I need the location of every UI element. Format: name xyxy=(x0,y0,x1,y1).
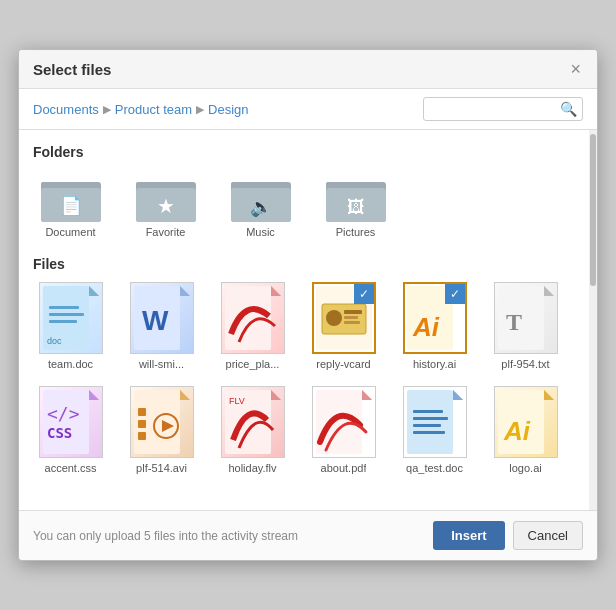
file-icon-plf-514-avi xyxy=(130,386,194,458)
file-item-holiday-flv[interactable]: FLV holiday.flv xyxy=(215,386,290,474)
folder-item-favorite[interactable]: ★ Favorite xyxy=(128,170,203,238)
breadcrumb-sep-1: ▶ xyxy=(103,103,111,116)
search-button[interactable]: 🔍 xyxy=(560,101,577,117)
svg-rect-54 xyxy=(138,432,146,440)
folder-label-favorite: Favorite xyxy=(146,226,186,238)
svg-rect-19 xyxy=(49,306,79,309)
svg-rect-34 xyxy=(344,316,358,319)
file-label-history-ai: history.ai xyxy=(413,358,456,370)
file-label-plf-954-txt: plf-954.txt xyxy=(501,358,549,370)
file-icon-accent-css: CSS </> xyxy=(39,386,103,458)
svg-text:★: ★ xyxy=(157,195,175,217)
svg-rect-53 xyxy=(138,420,146,428)
breadcrumb-design: Design xyxy=(208,102,248,117)
breadcrumb-product-team[interactable]: Product team xyxy=(115,102,192,117)
file-item-about-pdf[interactable]: about.pdf xyxy=(306,386,381,474)
files-grid: doc team.doc W will-s xyxy=(33,282,583,474)
svg-rect-20 xyxy=(49,313,84,316)
svg-text:Ai: Ai xyxy=(412,312,440,342)
file-icon-team-doc: doc xyxy=(39,282,103,354)
svg-marker-66 xyxy=(453,390,463,400)
svg-marker-42 xyxy=(544,286,554,296)
file-icon-about-pdf xyxy=(312,386,376,458)
breadcrumb-bar: Documents ▶ Product team ▶ Design 🔍 xyxy=(19,89,597,130)
svg-text:CSS: CSS xyxy=(47,425,72,441)
file-item-will-smi[interactable]: W will-smi... xyxy=(124,282,199,370)
svg-rect-52 xyxy=(138,408,146,416)
svg-marker-46 xyxy=(89,390,99,400)
file-item-history-ai[interactable]: ✓ Ai history.ai xyxy=(397,282,472,370)
file-label-will-smi: will-smi... xyxy=(139,358,184,370)
file-item-team-doc[interactable]: doc team.doc xyxy=(33,282,108,370)
file-icon-logo-ai: Ai xyxy=(494,386,558,458)
file-item-accent-css[interactable]: CSS </> accent.css xyxy=(33,386,108,474)
svg-marker-18 xyxy=(89,286,99,296)
file-item-plf-954-txt[interactable]: T plf-954.txt xyxy=(488,282,563,370)
folders-grid: 📄 Document ★ Favorit xyxy=(33,170,583,238)
svg-marker-29 xyxy=(271,286,281,296)
dialog-title: Select files xyxy=(33,61,111,78)
svg-text:T: T xyxy=(506,309,522,335)
cancel-button[interactable]: Cancel xyxy=(513,521,583,550)
insert-button[interactable]: Insert xyxy=(433,521,504,550)
file-label-about-pdf: about.pdf xyxy=(321,462,367,474)
svg-rect-68 xyxy=(413,417,448,420)
breadcrumb: Documents ▶ Product team ▶ Design xyxy=(33,102,249,117)
dialog-footer: You can only upload 5 files into the act… xyxy=(19,510,597,560)
dialog-header: Select files × xyxy=(19,50,597,89)
svg-text:W: W xyxy=(142,305,169,336)
folder-label-music: Music xyxy=(246,226,275,238)
file-item-reply-vcard[interactable]: ✓ reply-vcard xyxy=(306,282,381,370)
svg-text:</>: </> xyxy=(47,403,80,424)
svg-rect-32 xyxy=(326,310,342,326)
svg-rect-69 xyxy=(413,424,441,427)
checkmark-history-ai: ✓ xyxy=(445,284,465,304)
svg-rect-35 xyxy=(344,321,360,324)
search-box: 🔍 xyxy=(423,97,583,121)
scrollbar-thumb[interactable] xyxy=(590,134,596,286)
breadcrumb-documents[interactable]: Documents xyxy=(33,102,99,117)
svg-marker-73 xyxy=(544,390,554,400)
file-label-price-pla: price_pla... xyxy=(226,358,280,370)
svg-text:🖼: 🖼 xyxy=(347,197,365,217)
svg-rect-33 xyxy=(344,310,362,314)
search-input[interactable] xyxy=(430,102,560,116)
svg-marker-51 xyxy=(180,390,190,400)
svg-rect-64 xyxy=(407,390,453,454)
file-icon-reply-vcard: ✓ xyxy=(312,282,376,354)
file-label-reply-vcard: reply-vcard xyxy=(316,358,370,370)
scrollbar-track[interactable] xyxy=(589,130,597,510)
file-label-team-doc: team.doc xyxy=(48,358,93,370)
footer-buttons: Insert Cancel xyxy=(433,521,583,550)
folder-label-document: Document xyxy=(45,226,95,238)
file-label-logo-ai: logo.ai xyxy=(509,462,541,474)
svg-rect-70 xyxy=(413,431,445,434)
file-icon-will-smi: W xyxy=(130,282,194,354)
folder-label-pictures: Pictures xyxy=(336,226,376,238)
checkmark-reply-vcard: ✓ xyxy=(354,284,374,304)
file-label-holiday-flv: holiday.flv xyxy=(228,462,276,474)
file-item-plf-514-avi[interactable]: plf-514.avi xyxy=(124,386,199,474)
folder-item-document[interactable]: 📄 Document xyxy=(33,170,108,238)
svg-rect-67 xyxy=(413,410,443,413)
files-section-title: Files xyxy=(33,256,583,272)
folder-icon-document: 📄 xyxy=(41,170,101,222)
file-item-logo-ai[interactable]: Ai logo.ai xyxy=(488,386,563,474)
folder-icon-favorite: ★ xyxy=(136,170,196,222)
svg-marker-59 xyxy=(271,390,281,400)
dialog-body: Folders 📄 Document xyxy=(19,130,597,510)
folder-icon-music: 🔊 xyxy=(231,170,291,222)
svg-text:Ai: Ai xyxy=(503,416,531,446)
file-item-qa-test-doc[interactable]: qa_test.doc xyxy=(397,386,472,474)
close-button[interactable]: × xyxy=(568,60,583,78)
select-files-dialog: Select files × Documents ▶ Product team … xyxy=(18,49,598,561)
folder-icon-pictures: 🖼 xyxy=(326,170,386,222)
file-icon-qa-test-doc xyxy=(403,386,467,458)
folder-item-music[interactable]: 🔊 Music xyxy=(223,170,298,238)
folder-item-pictures[interactable]: 🖼 Pictures xyxy=(318,170,393,238)
file-icon-plf-954-txt: T xyxy=(494,282,558,354)
folders-section-title: Folders xyxy=(33,144,583,160)
svg-marker-25 xyxy=(180,286,190,296)
file-icon-history-ai: ✓ Ai xyxy=(403,282,467,354)
file-item-price-pla[interactable]: price_pla... xyxy=(215,282,290,370)
